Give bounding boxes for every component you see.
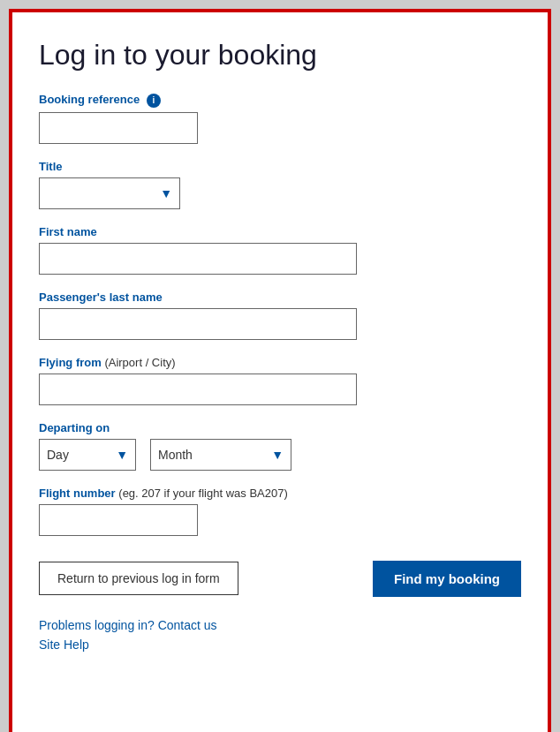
problems-logging-in-link[interactable]: Problems logging in? Contact us <box>39 618 521 632</box>
booking-reference-label: Booking reference i <box>39 93 521 108</box>
flying-from-label: Flying from (Airport / City) <box>39 356 521 369</box>
info-icon[interactable]: i <box>147 94 161 108</box>
page-title: Log in to your booking <box>39 39 521 72</box>
last-name-input[interactable] <box>39 308 357 340</box>
first-name-input[interactable] <box>39 243 357 275</box>
buttons-row: Return to previous log in form Find my b… <box>39 561 521 597</box>
first-name-group: First name <box>39 225 521 275</box>
flying-from-input[interactable] <box>39 374 357 405</box>
month-select-wrapper[interactable]: Month ▼ Month JanuaryFebruaryMarch April… <box>150 439 291 471</box>
last-name-label: Passenger's last name <box>39 291 521 304</box>
flight-number-label: Flight number (eg. 207 if your flight wa… <box>39 487 521 500</box>
flying-from-note: (Airport / City) <box>104 356 175 369</box>
first-name-label: First name <box>39 225 521 238</box>
page-container: Log in to your booking Booking reference… <box>9 9 551 732</box>
footer-links: Problems logging in? Contact us Site Hel… <box>39 618 521 652</box>
flight-number-input[interactable] <box>39 504 198 536</box>
flying-from-group: Flying from (Airport / City) <box>39 356 521 405</box>
title-group: Title ▼ Mr Mrs Miss Ms Dr <box>39 160 521 209</box>
departing-on-group: Departing on Day ▼ Day 12345 678910 1112… <box>39 421 521 471</box>
booking-reference-group: Booking reference i <box>39 93 521 144</box>
title-label: Title <box>39 160 521 173</box>
booking-reference-input[interactable] <box>39 112 198 144</box>
site-help-link[interactable]: Site Help <box>39 638 521 652</box>
day-select-wrapper[interactable]: Day ▼ Day 12345 678910 1112131415 161718… <box>39 439 136 471</box>
return-button[interactable]: Return to previous log in form <box>39 562 238 595</box>
departing-on-row: Day ▼ Day 12345 678910 1112131415 161718… <box>39 439 521 471</box>
last-name-group: Passenger's last name <box>39 291 521 340</box>
title-select-wrapper[interactable]: ▼ Mr Mrs Miss Ms Dr <box>39 177 180 209</box>
find-booking-button[interactable]: Find my booking <box>373 561 521 597</box>
flight-number-group: Flight number (eg. 207 if your flight wa… <box>39 487 521 536</box>
flight-number-note: (eg. 207 if your flight was BA207) <box>118 487 288 500</box>
departing-on-label: Departing on <box>39 421 521 434</box>
